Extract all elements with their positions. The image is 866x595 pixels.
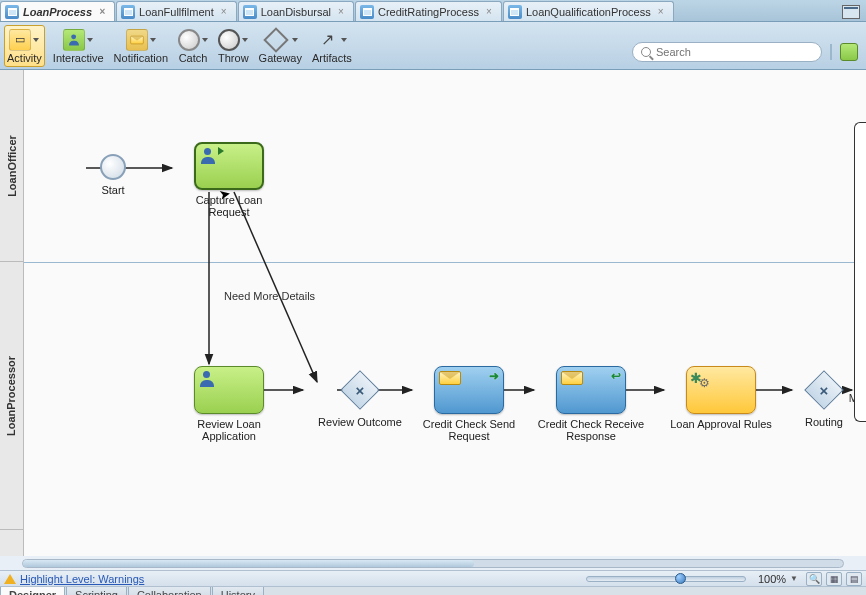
view-tab-collaboration[interactable]: Collaboration [128, 587, 211, 595]
chevron-down-icon[interactable]: ▼ [790, 574, 798, 583]
palette-label: Throw [218, 52, 249, 64]
layout-view-icon[interactable]: ▤ [846, 572, 862, 586]
scrollbar-thumb[interactable] [23, 560, 474, 567]
scrollbar-track[interactable] [22, 559, 844, 568]
envelope-icon [561, 371, 583, 385]
svg-line-2 [234, 192, 317, 382]
chevron-down-icon [150, 38, 156, 42]
lane-label: LoanProcessor [6, 355, 18, 435]
close-icon[interactable]: × [96, 6, 108, 18]
tab-label: LoanFullfilment [139, 6, 214, 18]
lane-divider [24, 262, 866, 263]
palette-gateway[interactable]: Gateway [257, 26, 304, 66]
close-icon[interactable]: × [218, 6, 230, 18]
activity-icon: ▭ [9, 29, 31, 51]
view-tab-history[interactable]: History [212, 587, 264, 595]
tab-label: LoanQualificationProcess [526, 6, 651, 18]
tab-label: CreditRatingProcess [378, 6, 479, 18]
chevron-down-icon [87, 38, 93, 42]
palette-label: Notification [114, 52, 168, 64]
lane-loanofficer[interactable]: LoanOfficer [0, 70, 23, 262]
node-credit-check-send[interactable]: ➜ Credit Check Send Request [414, 366, 524, 442]
toolbar-actions-icon[interactable] [840, 43, 858, 61]
node-review-outcome-gateway[interactable]: × Review Outcome [305, 376, 415, 428]
palette-label: Activity [7, 52, 42, 64]
node-capture-loan-request[interactable]: Capture Loan Request [174, 142, 284, 218]
palette-toolbar: ▭ Activity Interactive Notification Catc… [0, 22, 866, 70]
chevron-down-icon [341, 38, 347, 42]
receive-arrow-icon: ↩ [611, 369, 621, 383]
palette-label: Interactive [53, 52, 104, 64]
node-start[interactable]: Start [58, 154, 168, 196]
artifact-icon [317, 29, 339, 51]
process-icon [121, 5, 135, 19]
tab-loanfullfilment[interactable]: LoanFullfilment × [116, 1, 237, 21]
highlight-level-link[interactable]: Highlight Level: Warnings [20, 573, 144, 585]
node-review-loan-application[interactable]: Review Loan Application [174, 366, 284, 442]
node-credit-check-receive[interactable]: ↩ Credit Check Receive Response [536, 366, 646, 442]
tab-loanprocess[interactable]: LoanProcess × [0, 1, 115, 21]
tab-loandisbursal[interactable]: LoanDisbursal × [238, 1, 354, 21]
throw-icon [218, 29, 240, 51]
horizontal-scrollbar[interactable] [0, 556, 866, 570]
start-event-icon [100, 154, 126, 180]
node-label: Review Loan Application [174, 418, 284, 442]
task-box: ↩ [556, 366, 626, 414]
interactive-icon [63, 29, 85, 51]
view-tab-designer[interactable]: Designer [0, 587, 65, 595]
palette-catch[interactable]: Catch [176, 26, 210, 66]
zoom-value: 100% [758, 573, 786, 585]
chevron-down-icon [242, 38, 248, 42]
node-label: Credit Check Receive Response [536, 418, 646, 442]
palette-artifacts[interactable]: Artifacts [310, 26, 354, 66]
node-label: Review Outcome [305, 416, 415, 428]
task-box: ➜ [434, 366, 504, 414]
search-input[interactable] [656, 46, 813, 58]
close-icon[interactable]: × [335, 6, 347, 18]
view-tab-bar: Designer Scripting Collaboration History [0, 586, 866, 595]
rules-icon [691, 371, 709, 389]
task-box [194, 142, 264, 190]
task-box [686, 366, 756, 414]
subprocess-partial[interactable] [854, 122, 866, 422]
notification-icon [126, 29, 148, 51]
exclusive-gateway-icon: × [804, 370, 844, 410]
task-box [194, 366, 264, 414]
palette-activity[interactable]: ▭ Activity [4, 25, 45, 67]
status-bar: Highlight Level: Warnings 100% ▼ 🔍 ▦ ▤ [0, 570, 866, 586]
palette-throw[interactable]: Throw [216, 26, 251, 66]
palette-label: Catch [179, 52, 208, 64]
zoom-fit-icon[interactable]: 🔍 [806, 572, 822, 586]
grid-view-icon[interactable]: ▦ [826, 572, 842, 586]
process-icon [508, 5, 522, 19]
edge-label-need-more-details: Need More Details [224, 290, 315, 302]
canvas[interactable]: Start Capture Loan Request ➤ Review Loan… [24, 70, 866, 556]
exclusive-gateway-icon: × [340, 370, 380, 410]
tab-loanqualification[interactable]: LoanQualificationProcess × [503, 1, 674, 21]
process-icon [5, 5, 19, 19]
diagram-area: LoanOfficer LoanProcessor [0, 70, 866, 556]
zoom-thumb[interactable] [675, 573, 686, 584]
close-icon[interactable]: × [655, 6, 667, 18]
palette-label: Artifacts [312, 52, 352, 64]
lane-label: LoanOfficer [6, 135, 18, 197]
tab-creditrating[interactable]: CreditRatingProcess × [355, 1, 502, 21]
node-loan-approval-rules[interactable]: Loan Approval Rules [666, 366, 776, 430]
close-icon[interactable]: × [483, 6, 495, 18]
swimlane-headers: LoanOfficer LoanProcessor [0, 70, 24, 556]
warning-icon [4, 574, 16, 584]
node-label: Start [58, 184, 168, 196]
palette-interactive[interactable]: Interactive [51, 26, 106, 66]
view-tab-scripting[interactable]: Scripting [66, 587, 127, 595]
zoom-slider[interactable] [586, 576, 746, 582]
maximize-icon[interactable] [842, 5, 860, 19]
palette-notification[interactable]: Notification [112, 26, 170, 66]
envelope-icon [439, 371, 461, 385]
user-task-icon [200, 148, 216, 164]
node-label: Credit Check Send Request [414, 418, 524, 442]
chevron-down-icon [202, 38, 208, 42]
lane-loanprocessor[interactable]: LoanProcessor [0, 262, 23, 530]
editor-tab-bar: LoanProcess × LoanFullfilment × LoanDisb… [0, 0, 866, 22]
node-routing-gateway[interactable]: × Routing [794, 376, 854, 428]
search-input-wrap[interactable] [632, 42, 822, 62]
